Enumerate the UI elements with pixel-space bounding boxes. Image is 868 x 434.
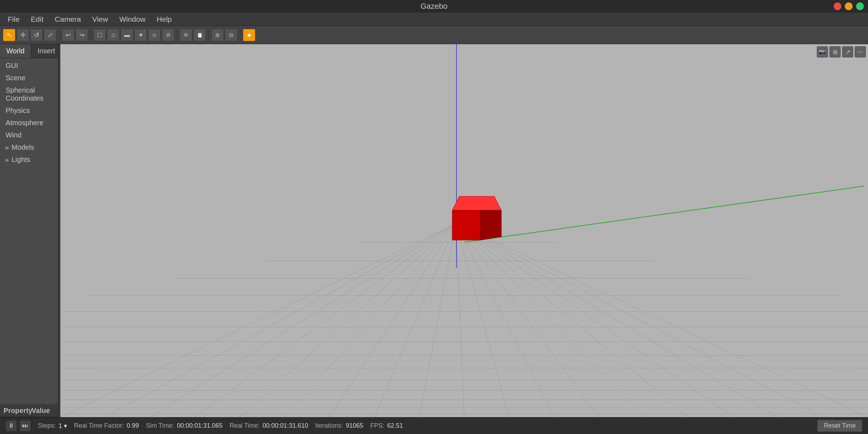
main-layout: World Insert Layers GUI Scene Spherical … [0, 44, 868, 417]
paste-button[interactable]: 📋 [193, 29, 206, 41]
sidebar-item-models[interactable]: Models [0, 141, 58, 154]
step-button[interactable]: ⏭ [20, 420, 31, 432]
sidebar-item-atmosphere-label: Atmosphere [6, 119, 44, 127]
property-col-header: Property [0, 405, 28, 417]
sidebar-items: GUI Scene Spherical Coordinates Physics … [0, 58, 58, 404]
menu-camera[interactable]: Camera [50, 14, 86, 25]
sim-time-section: Sim Time: 00:00:01:31.065 [146, 422, 222, 429]
steps-value[interactable]: 1 ▾ [59, 422, 67, 430]
spot-light-button[interactable]: ⊙ [148, 29, 161, 41]
toolbar-sep-1 [59, 30, 59, 40]
sidebar-item-spherical-coords-label: Spherical Coordinates [6, 86, 54, 102]
rotate-tool-button[interactable]: ↺ [30, 29, 43, 41]
step-icon: ⏭ [22, 422, 28, 429]
menu-view[interactable]: View [87, 14, 113, 25]
tab-insert[interactable]: Insert [31, 44, 62, 58]
value-col-header: Value [28, 405, 53, 417]
playback-controls: ⏸ ⏭ [6, 420, 31, 432]
iterations-section: Iterations: 91065 [315, 422, 363, 429]
sphere-button[interactable]: ○ [107, 29, 120, 41]
titlebar: Gazebo [0, 0, 868, 13]
sidebar-item-wind-label: Wind [6, 131, 22, 139]
tabs: World Insert Layers [0, 44, 58, 58]
toolbar-sep-2 [91, 30, 91, 40]
toolbar-sep-3 [177, 30, 177, 40]
sidebar-item-physics-label: Physics [6, 107, 30, 115]
maximize-btn[interactable] [856, 2, 864, 10]
select-tool-button[interactable]: ↖ [3, 29, 15, 41]
iterations-label: Iterations: [315, 422, 343, 429]
menu-window[interactable]: Window [114, 14, 151, 25]
rtf-value: 0.99 [127, 422, 139, 429]
menu-file[interactable]: File [3, 14, 25, 25]
real-time-value: 00:00:01:31.610 [262, 422, 308, 429]
toolbar-sep-4 [208, 30, 209, 40]
viewport-collapse-icon[interactable]: — [855, 46, 866, 57]
fps-section: FPS: 62.51 [370, 422, 403, 429]
undo-button[interactable]: ↩ [62, 29, 74, 41]
sidebar-item-atmosphere[interactable]: Atmosphere [0, 117, 58, 129]
real-time-factor-section: Real Time Factor: 0.99 [74, 422, 139, 429]
snap-button[interactable]: ⊟ [225, 29, 238, 41]
iterations-value: 91065 [346, 422, 363, 429]
sidebar-item-spherical-coords[interactable]: Spherical Coordinates [0, 84, 58, 104]
close-btn[interactable] [834, 2, 841, 10]
sim-time-label: Sim Time: [146, 422, 174, 429]
minimize-btn[interactable] [845, 2, 853, 10]
scale-tool-button[interactable]: ⤢ [44, 29, 56, 41]
cylinder-button[interactable]: ▬ [121, 29, 133, 41]
toolbar-sep-5 [240, 30, 240, 40]
sidebar-item-lights[interactable]: Lights [0, 154, 58, 166]
menu-edit[interactable]: Edit [26, 14, 48, 25]
fps-label: FPS: [370, 422, 385, 429]
red-cube-svg [440, 186, 510, 245]
svg-marker-0 [452, 196, 501, 210]
steps-label: Steps: [38, 422, 56, 429]
reset-time-button[interactable]: Reset Time [817, 420, 862, 432]
red-box-object[interactable] [440, 186, 510, 247]
fps-value: 62.51 [387, 422, 403, 429]
real-time-section: Real Time: 00:00:01:31.610 [229, 422, 308, 429]
sidebar-item-wind[interactable]: Wind [0, 129, 58, 141]
sidebar-item-physics[interactable]: Physics [0, 104, 58, 117]
sidebar-item-lights-label: Lights [12, 156, 30, 164]
sidebar-item-scene[interactable]: Scene [0, 72, 58, 84]
svg-marker-1 [452, 210, 480, 240]
sim-time-value: 00:00:01:31.065 [177, 422, 222, 429]
orange-toggle-button[interactable]: ● [243, 29, 255, 41]
real-time-label: Real Time: [229, 422, 260, 429]
box-button[interactable]: □ [93, 29, 106, 41]
left-panel: World Insert Layers GUI Scene Spherical … [0, 44, 58, 417]
point-light-button[interactable]: ✦ [134, 29, 147, 41]
viewport[interactable]: 📷 ⊞ ↗ — [60, 44, 868, 417]
rtf-label: Real Time Factor: [74, 422, 124, 429]
toolbar: ↖ ✛ ↺ ⤢ ↩ ↪ □ ○ ▬ ✦ ⊙ ⊘ ⧉ 📋 ⊞ ⊟ ● [0, 26, 868, 44]
viewport-camera-icon[interactable]: 📷 [817, 46, 828, 57]
property-panel: Property Value [0, 404, 58, 417]
steps-section: Steps: 1 ▾ [38, 422, 67, 430]
viewport-grid-icon[interactable]: ⊞ [829, 46, 841, 57]
align-button[interactable]: ⊞ [211, 29, 224, 41]
menu-help[interactable]: Help [152, 14, 177, 25]
sidebar-item-models-label: Models [12, 143, 34, 151]
menubar: File Edit Camera View Window Help [0, 13, 868, 26]
window-controls [834, 2, 864, 10]
redo-button[interactable]: ↪ [75, 29, 88, 41]
translate-tool-button[interactable]: ✛ [16, 29, 29, 41]
pause-button[interactable]: ⏸ [6, 420, 17, 432]
sidebar-item-gui-label: GUI [6, 62, 18, 70]
sidebar-item-scene-label: Scene [6, 74, 26, 82]
property-header: Property Value [0, 404, 58, 417]
app-title: Gazebo [420, 2, 447, 11]
pause-icon: ⏸ [8, 422, 14, 429]
sidebar-item-gui[interactable]: GUI [0, 60, 58, 72]
tab-world[interactable]: World [0, 44, 31, 58]
copy-button[interactable]: ⧉ [180, 29, 192, 41]
viewport-top-right-controls: 📷 ⊞ ↗ — [817, 46, 866, 57]
dir-light-button[interactable]: ⊘ [162, 29, 174, 41]
svg-marker-2 [480, 210, 501, 240]
viewport-expand-icon[interactable]: ↗ [842, 46, 853, 57]
statusbar: ⏸ ⏭ Steps: 1 ▾ Real Time Factor: 0.99 Si… [0, 417, 868, 434]
